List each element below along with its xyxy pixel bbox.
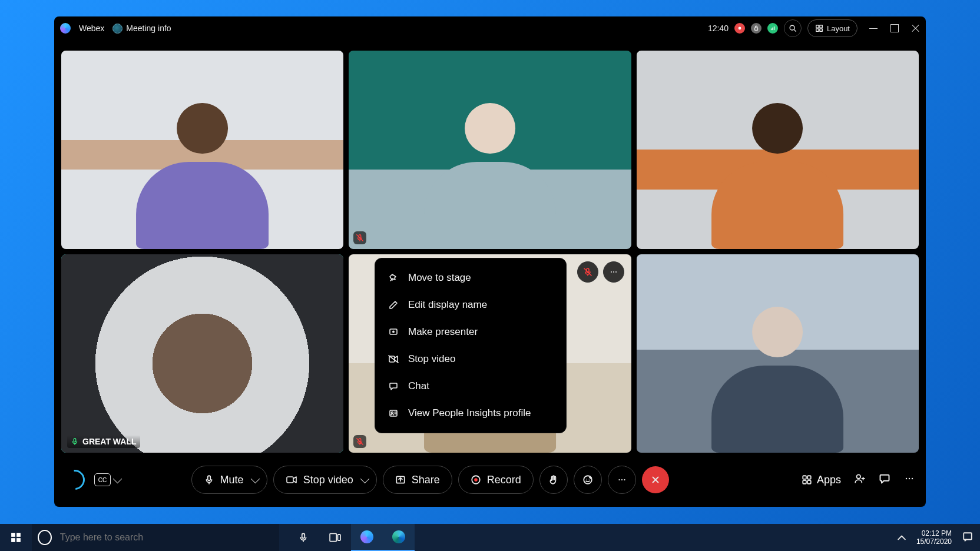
taskbar-mic-button[interactable] [287,524,319,551]
menu-item-stop-video[interactable]: Stop video [375,346,566,373]
apps-label: Apps [817,474,841,486]
window-close-button[interactable] [912,24,920,32]
closed-captions-icon: CC [94,473,111,486]
participant-name-tag: GREAT WALL [67,435,140,448]
record-icon [471,474,481,485]
grid-icon [815,24,823,32]
svg-rect-5 [816,29,819,31]
svg-point-21 [588,479,589,479]
participant-name: GREAT WALL [82,437,137,446]
raise-hand-button[interactable] [539,466,568,494]
webex-logo-icon [360,530,373,543]
tile-more-button[interactable] [603,261,624,283]
menu-label: Move to stage [408,272,471,284]
svg-rect-40 [11,538,15,542]
record-button[interactable]: Record [458,466,534,494]
muted-mic-icon [353,435,366,448]
svg-rect-41 [16,538,21,542]
menu-label: Make presenter [408,326,478,338]
share-button[interactable]: Share [383,466,452,494]
svg-rect-26 [807,476,811,479]
participants-panel-button[interactable] [854,473,866,486]
taskbar-edge-button[interactable] [383,524,415,551]
participant-tile[interactable] [61,51,343,249]
leave-meeting-button[interactable] [642,466,669,493]
svg-point-13 [615,271,617,273]
notifications-button[interactable] [962,532,973,544]
menu-item-people-insights[interactable]: View People Insights profile [375,400,566,427]
mic-on-icon [71,437,79,446]
svg-rect-3 [816,25,819,28]
stop-video-label: Stop video [303,474,353,486]
menu-label: View People Insights profile [408,407,531,419]
svg-rect-43 [330,533,336,541]
chevron-down-icon[interactable] [360,474,369,483]
tray-chevron-up-icon[interactable] [898,533,906,543]
meeting-info-button[interactable]: Meeting info [112,24,171,34]
edge-icon [392,530,405,543]
windows-taskbar: 02:12 PM 15/07/2020 [0,524,980,551]
menu-item-make-presenter[interactable]: Make presenter [375,318,566,346]
participant-tile-self[interactable]: GREAT WALL [61,254,343,453]
recording-indicator-icon[interactable] [734,23,745,34]
mute-button[interactable]: Mute [191,466,267,494]
lock-icon[interactable] [751,23,762,34]
zoom-search-button[interactable] [784,19,802,37]
share-label: Share [412,474,440,486]
webex-logo-icon [60,23,71,34]
svg-rect-15 [287,477,293,483]
svg-point-29 [856,474,860,479]
menu-item-chat[interactable]: Chat [375,373,566,400]
meeting-clock: 12:40 [708,24,729,33]
taskbar-webex-button[interactable] [351,524,383,551]
cc-button[interactable]: CC [94,473,121,486]
panel-more-button[interactable] [903,473,915,487]
apps-button[interactable]: Apps [802,474,841,486]
svg-rect-6 [820,29,822,31]
stop-video-button[interactable]: Stop video [273,466,377,494]
svg-point-2 [790,25,794,30]
svg-rect-27 [803,480,806,484]
layout-button[interactable]: Layout [807,19,858,37]
chevron-down-icon [113,474,122,483]
menu-label: Chat [408,380,429,392]
participant-tile[interactable] [637,254,919,453]
participant-tile[interactable] [637,51,919,249]
svg-rect-25 [803,476,806,479]
system-clock[interactable]: 02:12 PM 15/07/2020 [916,529,952,546]
assistant-spinner-icon[interactable] [61,466,89,494]
svg-point-30 [906,478,908,480]
svg-point-11 [611,271,612,273]
chevron-down-icon[interactable] [250,474,260,483]
svg-point-34 [392,331,395,333]
record-label: Record [487,474,521,486]
participant-context-menu: Move to stage Edit display name Make pre… [375,258,567,433]
task-view-button[interactable] [319,524,351,551]
taskbar-search[interactable] [32,524,279,551]
menu-item-move-to-stage[interactable]: Move to stage [375,264,566,291]
chat-panel-button[interactable] [879,473,890,487]
svg-rect-39 [16,533,21,537]
svg-point-20 [586,479,587,479]
svg-rect-28 [807,480,811,484]
control-bar: CC Mute Stop video Share Record [54,453,926,507]
window-maximize-button[interactable] [890,24,899,32]
camera-icon [286,475,297,484]
network-quality-icon[interactable] [767,23,778,34]
svg-rect-45 [964,533,972,539]
svg-point-22 [618,479,620,480]
search-input[interactable] [59,532,273,543]
profile-card-icon [388,408,399,419]
participant-tile[interactable] [349,51,631,249]
more-options-button[interactable] [608,466,636,494]
window-minimize-button[interactable] [869,24,878,32]
start-button[interactable] [0,524,32,551]
svg-rect-4 [820,25,822,28]
tile-mute-button[interactable] [577,261,598,283]
title-bar: Webex Meeting info 12:40 Layout [54,16,926,40]
apps-icon [802,474,812,485]
reactions-button[interactable] [574,466,602,494]
svg-rect-14 [207,476,210,480]
svg-point-18 [474,478,478,482]
menu-item-edit-display-name[interactable]: Edit display name [375,291,566,318]
